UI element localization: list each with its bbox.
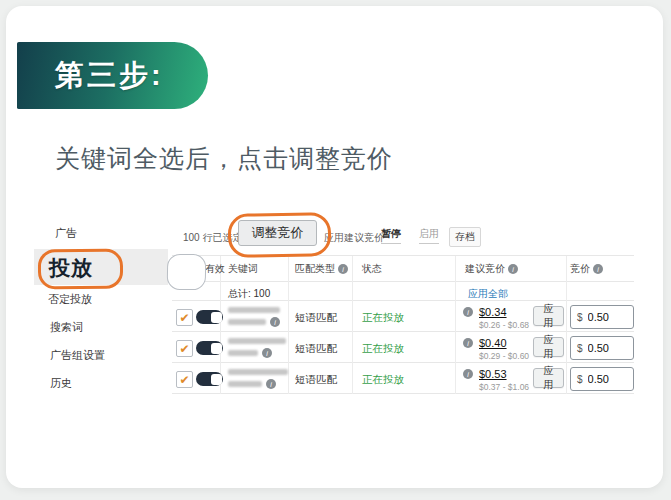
column-header-suggested-bid: 建议竞价 i bbox=[465, 262, 518, 276]
bid-range: $0.37 - $1.06 bbox=[479, 382, 529, 392]
info-icon[interactable]: i bbox=[463, 307, 473, 317]
sidebar-item-ad-group-settings[interactable]: 广告组设置 bbox=[50, 348, 105, 363]
suggested-bid-value: $0.34 bbox=[479, 306, 507, 318]
row-checkbox[interactable]: ✔ bbox=[176, 371, 193, 388]
keyword-redacted: i bbox=[228, 307, 280, 327]
suggested-bid-value: $0.53 bbox=[479, 368, 507, 380]
select-all-checkbox[interactable]: ✔ bbox=[175, 261, 194, 280]
bid-input[interactable] bbox=[588, 373, 624, 385]
sidebar-item-search-terms[interactable]: 搜索词 bbox=[50, 320, 83, 335]
info-icon[interactable]: i bbox=[270, 317, 280, 327]
bid-input-group: $ bbox=[570, 336, 634, 360]
redacted-text bbox=[228, 307, 280, 313]
keyword-redacted: i bbox=[228, 338, 286, 358]
column-header-label: 匹配类型 bbox=[295, 262, 335, 276]
match-type: 短语匹配 bbox=[295, 311, 337, 325]
tutorial-slide: 第三步: 关键词全选后，点击调整竞价 广告 投放 否定投放 搜索词 广告组设置 … bbox=[0, 0, 671, 500]
bid-input[interactable] bbox=[588, 342, 624, 354]
apply-button[interactable]: 应用 bbox=[533, 337, 564, 357]
status-badge: 正在投放 bbox=[362, 342, 404, 356]
column-header-match-type: 匹配类型 i bbox=[295, 262, 348, 276]
column-header-status: 状态 bbox=[362, 262, 382, 276]
check-icon: ✔ bbox=[179, 343, 189, 355]
info-icon[interactable]: i bbox=[262, 348, 272, 358]
apply-button[interactable]: 应用 bbox=[533, 368, 564, 388]
active-toggle[interactable] bbox=[196, 310, 223, 324]
sidebar-item-history[interactable]: 历史 bbox=[50, 376, 72, 391]
bid-input-group: $ bbox=[570, 305, 634, 329]
currency-symbol: $ bbox=[571, 343, 588, 354]
status-badge: 正在投放 bbox=[362, 373, 404, 387]
check-icon: ✔ bbox=[179, 312, 189, 324]
selection-count: 100 行已选定 bbox=[183, 231, 242, 245]
column-header-keyword: 关键词 bbox=[228, 262, 258, 276]
keyword-redacted: i bbox=[228, 369, 288, 389]
total-count: 总计: 100 bbox=[228, 287, 270, 301]
apply-all-link[interactable]: 应用全部 bbox=[468, 287, 508, 301]
bid-range: $0.26 - $0.68 bbox=[479, 320, 529, 330]
sidebar-item-negative-targeting[interactable]: 否定投放 bbox=[48, 292, 92, 307]
redacted-text bbox=[228, 319, 266, 325]
table-border bbox=[172, 281, 634, 282]
apply-suggested-bid-button[interactable]: 应用建议竞价 bbox=[324, 231, 384, 245]
active-toggle[interactable] bbox=[196, 372, 223, 386]
bid-range: $0.29 - $0.60 bbox=[479, 351, 529, 361]
column-header-active: 有效 bbox=[205, 262, 225, 276]
row-checkbox[interactable]: ✔ bbox=[176, 309, 193, 326]
suggested-bid-cell: i $0.40 $0.29 - $0.60 bbox=[463, 337, 529, 361]
redacted-text bbox=[228, 350, 258, 356]
adjust-bid-button[interactable]: 调整竞价 bbox=[238, 220, 317, 246]
bid-input[interactable] bbox=[588, 311, 624, 323]
sidebar-item-ads[interactable]: 广告 bbox=[55, 226, 77, 241]
table-row: ✔ i 短语匹配 正在投放 i $0.34 $0.26 - $0.68 应用 $ bbox=[172, 301, 634, 332]
info-icon[interactable]: i bbox=[266, 379, 276, 389]
table-row: ✔ i 短语匹配 正在投放 i $0.40 $0.29 - $0.60 应用 $ bbox=[172, 332, 634, 363]
redacted-text bbox=[228, 338, 286, 344]
table-border bbox=[172, 255, 634, 256]
info-icon[interactable]: i bbox=[338, 264, 348, 274]
info-icon[interactable]: i bbox=[593, 264, 603, 274]
enable-button[interactable]: 启用 bbox=[419, 227, 439, 244]
info-icon[interactable]: i bbox=[463, 338, 473, 348]
info-icon[interactable]: i bbox=[463, 369, 473, 379]
active-toggle[interactable] bbox=[196, 341, 223, 355]
apply-button[interactable]: 应用 bbox=[533, 306, 564, 326]
step-ribbon: 第三步: bbox=[17, 42, 208, 109]
status-badge: 正在投放 bbox=[362, 311, 404, 325]
instruction-text: 关键词全选后，点击调整竞价 bbox=[55, 142, 393, 175]
info-icon[interactable]: i bbox=[508, 264, 518, 274]
pause-button[interactable]: 暂停 bbox=[381, 227, 401, 244]
column-header-label: 建议竞价 bbox=[465, 262, 505, 276]
archive-button[interactable]: 存档 bbox=[449, 227, 481, 247]
column-header-label: 竞价 bbox=[570, 262, 590, 276]
suggested-bid-cell: i $0.53 $0.37 - $1.06 bbox=[463, 368, 529, 392]
check-icon: ✔ bbox=[179, 374, 189, 386]
column-header-bid: 竞价 i bbox=[570, 262, 603, 276]
match-type: 短语匹配 bbox=[295, 373, 337, 387]
table-row: ✔ i 短语匹配 正在投放 i $0.53 $0.37 - $1.06 应用 $ bbox=[172, 363, 634, 394]
row-checkbox[interactable]: ✔ bbox=[176, 340, 193, 357]
bid-input-group: $ bbox=[570, 367, 634, 391]
currency-symbol: $ bbox=[571, 312, 588, 323]
redacted-text bbox=[228, 381, 262, 387]
suggested-bid-value: $0.40 bbox=[479, 337, 507, 349]
sidebar-item-targeting[interactable]: 投放 bbox=[49, 254, 93, 282]
suggested-bid-cell: i $0.34 $0.26 - $0.68 bbox=[463, 306, 529, 330]
match-type: 短语匹配 bbox=[295, 342, 337, 356]
check-icon: ✔ bbox=[179, 264, 191, 278]
currency-symbol: $ bbox=[571, 374, 588, 385]
redacted-text bbox=[228, 369, 288, 375]
step-label: 第三步: bbox=[17, 56, 164, 96]
